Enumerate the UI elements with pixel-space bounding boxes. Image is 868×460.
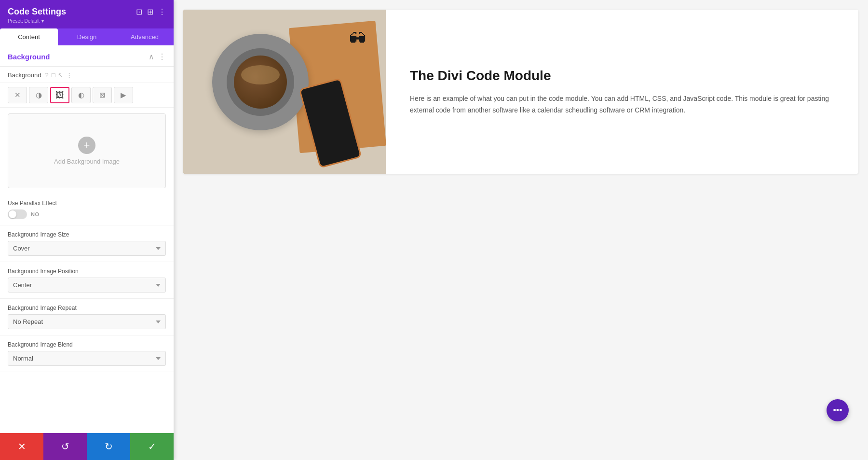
panel-header: Code Settings ⊡ ⊞ ⋮ Preset: Default ▾ — [0, 0, 174, 28]
image-upload-area[interactable]: + Add Background Image — [8, 113, 166, 188]
video-icon: ▶ — [121, 91, 126, 99]
fab-button[interactable]: ••• — [827, 399, 849, 421]
background-row-label: Background — [8, 71, 41, 79]
panel-body: Background ∧ ⋮ Background ? □ ↖ ⋮ ✕ ◑ 🖼 — [0, 45, 174, 460]
bottom-toolbar: ✕ ↺ ↻ ✓ — [0, 433, 174, 460]
preset-arrow[interactable]: ▾ — [41, 18, 44, 24]
fab-icon: ••• — [833, 405, 842, 416]
background-row: Background ? □ ↖ ⋮ — [0, 67, 174, 83]
tab-content[interactable]: Content — [0, 28, 58, 45]
bg-type-pattern[interactable]: ⊠ — [93, 87, 112, 103]
content-row: 🕶 The Divi Code Module Here is an exampl… — [183, 10, 858, 174]
bg-type-color[interactable]: ◑ — [29, 87, 48, 103]
parallax-toggle-row: NO — [8, 209, 166, 219]
bg-size-label: Background Image Size — [8, 231, 166, 238]
none-icon: ✕ — [14, 91, 21, 99]
glasses-prop: 🕶 — [349, 29, 366, 49]
coffee-scene: 🕶 — [183, 10, 386, 174]
more-options-icon[interactable]: ⋮ — [158, 7, 166, 16]
bg-blend-select[interactable]: Normal Multiply Screen Overlay Darken Li… — [8, 351, 166, 366]
layout-icon[interactable]: ⊞ — [147, 7, 153, 16]
content-text: The Divi Code Module Here is an example … — [386, 10, 858, 174]
undo-button[interactable]: ↺ — [43, 433, 87, 460]
panel-tabs: Content Design Advanced — [0, 28, 174, 45]
background-section-header: Background ∧ ⋮ — [0, 45, 174, 67]
settings-panel: Code Settings ⊡ ⊞ ⋮ Preset: Default ▾ Co… — [0, 0, 174, 460]
section-more-icon[interactable]: ⋮ — [158, 52, 166, 61]
cancel-icon: ✕ — [18, 441, 26, 452]
device-icon[interactable]: □ — [52, 71, 55, 79]
bg-type-gradient[interactable]: ◐ — [71, 87, 91, 103]
bg-position-label: Background Image Position — [8, 268, 166, 275]
image-icon: 🖼 — [55, 90, 64, 100]
gradient-icon: ◐ — [78, 91, 84, 99]
bg-repeat-field-group: Background Image Repeat No Repeat Tile T… — [0, 299, 174, 335]
redo-icon: ↻ — [105, 441, 113, 452]
panel-title: Code Settings — [8, 7, 66, 17]
cursor-icon[interactable]: ↖ — [58, 71, 63, 79]
responsive-icon[interactable]: ⊡ — [136, 7, 142, 16]
page-content: 🕶 The Divi Code Module Here is an exampl… — [183, 10, 858, 174]
panel-header-icons: ⊡ ⊞ ⋮ — [136, 7, 166, 16]
bg-repeat-label: Background Image Repeat — [8, 305, 166, 311]
save-button[interactable]: ✓ — [130, 433, 174, 460]
redo-button[interactable]: ↻ — [87, 433, 130, 460]
bg-blend-label: Background Image Blend — [8, 341, 166, 348]
toggle-knob — [9, 210, 16, 218]
section-title: Background — [8, 53, 50, 61]
tab-design[interactable]: Design — [58, 28, 116, 45]
bg-type-image[interactable]: 🖼 — [50, 87, 69, 103]
help-icon[interactable]: ? — [45, 71, 48, 79]
upload-label: Add Background Image — [54, 158, 120, 165]
undo-icon: ↺ — [61, 441, 69, 452]
toggle-state-label: NO — [31, 211, 40, 217]
parallax-label: Use Parallax Effect — [8, 200, 166, 207]
row-more-icon[interactable]: ⋮ — [66, 71, 72, 79]
tab-advanced[interactable]: Advanced — [116, 28, 174, 45]
section-header-right: ∧ ⋮ — [149, 52, 166, 61]
parallax-toggle[interactable] — [8, 209, 27, 219]
content-heading: The Divi Code Module — [410, 67, 834, 84]
cancel-button[interactable]: ✕ — [0, 433, 43, 460]
main-area: 🕶 The Divi Code Module Here is an exampl… — [174, 0, 868, 460]
bg-type-none[interactable]: ✕ — [8, 87, 27, 103]
save-icon: ✓ — [148, 441, 156, 452]
bg-type-video[interactable]: ▶ — [114, 87, 133, 103]
upload-plus-icon: + — [78, 137, 95, 154]
bg-repeat-select[interactable]: No Repeat Tile Tile Horizontally Tile Ve… — [8, 314, 166, 329]
color-icon: ◑ — [36, 91, 42, 99]
bg-position-select[interactable]: Center Top Left Top Center Top Right — [8, 278, 166, 293]
bg-position-field-group: Background Image Position Center Top Lef… — [0, 262, 174, 299]
preset-label: Preset: Default — [8, 18, 40, 24]
parallax-field-group: Use Parallax Effect NO — [0, 194, 174, 225]
bg-blend-field-group: Background Image Blend Normal Multiply S… — [0, 335, 174, 372]
coffee-foam — [241, 65, 280, 84]
content-image: 🕶 — [183, 10, 386, 174]
bg-size-field-group: Background Image Size Cover Contain Auto — [0, 225, 174, 262]
collapse-icon[interactable]: ∧ — [149, 52, 154, 61]
bg-size-select[interactable]: Cover Contain Auto — [8, 241, 166, 256]
content-body: Here is an example of what you can put i… — [410, 93, 834, 116]
bg-type-tabs: ✕ ◑ 🖼 ◐ ⊠ ▶ — [0, 83, 174, 108]
preset-line: Preset: Default ▾ — [8, 18, 166, 24]
pattern-icon: ⊠ — [99, 91, 106, 99]
